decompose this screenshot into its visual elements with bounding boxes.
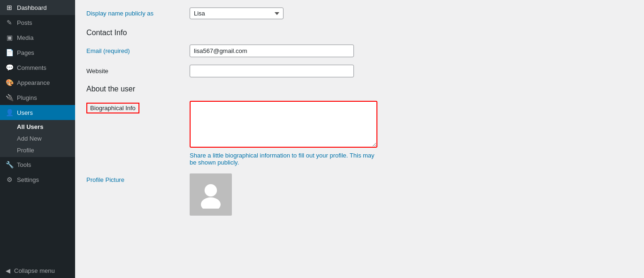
users-icon: 👤 — [6, 109, 13, 116]
sidebar-item-tools[interactable]: 🔧 Tools — [0, 157, 75, 172]
website-control — [190, 65, 377, 77]
submenu-profile[interactable]: Profile — [0, 144, 75, 156]
sidebar-item-label: Tools — [17, 161, 31, 168]
sidebar-item-label: Plugins — [17, 94, 37, 101]
email-label: Email (required) — [86, 45, 190, 54]
svg-point-0 — [205, 184, 217, 196]
email-input[interactable] — [190, 45, 354, 57]
display-name-control: Lisa — [190, 8, 377, 19]
website-input[interactable] — [190, 65, 354, 77]
sidebar-item-users[interactable]: 👤 Users — [0, 105, 75, 120]
email-control — [190, 45, 377, 57]
bio-textarea[interactable] — [190, 101, 377, 148]
profile-picture-control — [190, 173, 377, 216]
collapse-menu-label: Collapse menu — [14, 267, 55, 274]
collapse-icon: ◀ — [6, 267, 10, 274]
sidebar-item-posts[interactable]: ✎ Posts — [0, 15, 75, 30]
settings-icon: ⚙ — [6, 176, 13, 183]
submenu-all-users[interactable]: All Users — [0, 121, 75, 133]
profile-picture-image — [190, 173, 232, 216]
dashboard-icon: ⊞ — [6, 4, 13, 11]
bio-label-wrapper: Biographical Info — [86, 101, 190, 113]
sidebar-item-label: Comments — [17, 64, 46, 71]
posts-icon: ✎ — [6, 19, 13, 26]
pages-icon: 📄 — [6, 49, 13, 56]
sidebar-item-label: Settings — [17, 176, 39, 183]
submenu-add-new[interactable]: Add New — [0, 133, 75, 144]
comments-icon: 💬 — [6, 64, 13, 71]
contact-info-title: Contact Info — [86, 29, 633, 37]
website-row: Website — [86, 65, 633, 77]
svg-point-1 — [201, 197, 221, 209]
sidebar-item-plugins[interactable]: 🔌 Plugins — [0, 90, 75, 105]
bio-label: Biographical Info — [86, 103, 139, 113]
appearance-icon: 🎨 — [6, 79, 13, 86]
sidebar-item-label: Pages — [17, 49, 34, 56]
bio-hint: Share a little biographical information … — [190, 152, 377, 166]
display-name-select[interactable]: Lisa — [190, 8, 284, 19]
sidebar-item-label: Appearance — [17, 79, 50, 86]
media-icon: ▣ — [6, 34, 13, 41]
collapse-menu-button[interactable]: ◀ Collapse menu — [0, 263, 75, 278]
sidebar-item-pages[interactable]: 📄 Pages — [0, 45, 75, 60]
avatar-svg — [197, 180, 225, 209]
profile-picture-label: Profile Picture — [86, 173, 190, 183]
about-title: About the user — [86, 85, 633, 93]
sidebar-item-appearance[interactable]: 🎨 Appearance — [0, 75, 75, 90]
sidebar-item-settings[interactable]: ⚙ Settings — [0, 172, 75, 187]
tools-icon: 🔧 — [6, 161, 13, 168]
sidebar: ⊞ Dashboard ✎ Posts ▣ Media 📄 Pages 💬 Co… — [0, 0, 75, 278]
email-row: Email (required) — [86, 45, 633, 57]
bio-row: Biographical Info Share a little biograp… — [86, 101, 633, 166]
users-submenu: All Users Add New Profile — [0, 120, 75, 157]
profile-picture-row: Profile Picture — [86, 173, 633, 216]
bio-control: Share a little biographical information … — [190, 101, 377, 166]
sidebar-item-label: Media — [17, 34, 33, 41]
display-name-row: Display name publicly as Lisa — [86, 8, 633, 19]
sidebar-item-label: Users — [17, 109, 33, 116]
website-label: Website — [86, 65, 190, 75]
sidebar-item-dashboard[interactable]: ⊞ Dashboard — [0, 0, 75, 15]
sidebar-item-media[interactable]: ▣ Media — [0, 30, 75, 45]
main-content: Display name publicly as Lisa Contact In… — [75, 0, 644, 278]
sidebar-item-label: Dashboard — [17, 4, 47, 11]
sidebar-item-label: Posts — [17, 19, 32, 26]
sidebar-item-comments[interactable]: 💬 Comments — [0, 60, 75, 75]
display-name-label: Display name publicly as — [86, 10, 190, 17]
plugins-icon: 🔌 — [6, 94, 13, 101]
